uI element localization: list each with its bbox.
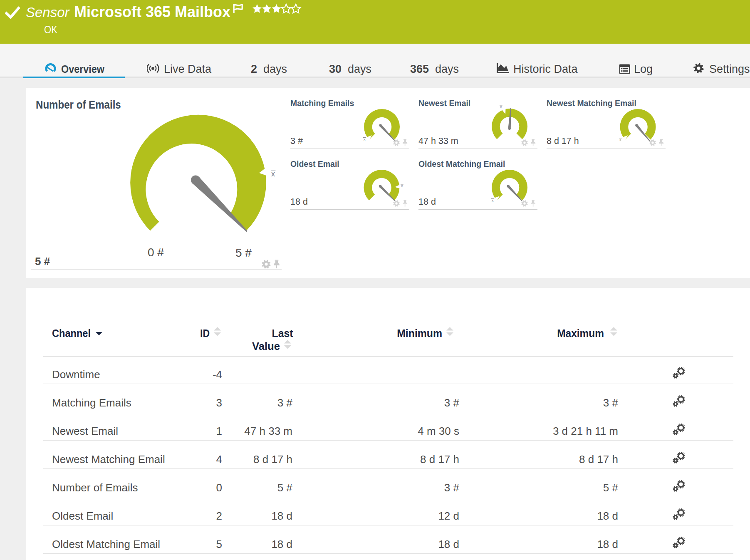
svg-text:x: x: [271, 170, 275, 178]
